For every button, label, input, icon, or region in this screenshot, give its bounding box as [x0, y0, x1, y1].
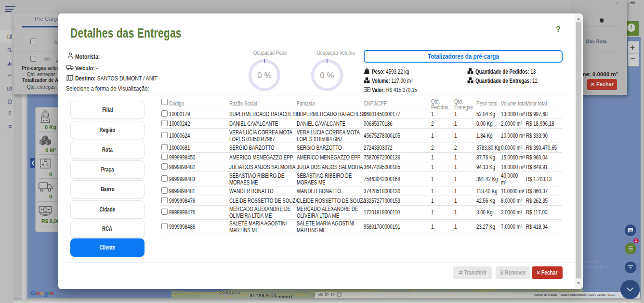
svg-text:Kg: Kg — [43, 115, 48, 119]
